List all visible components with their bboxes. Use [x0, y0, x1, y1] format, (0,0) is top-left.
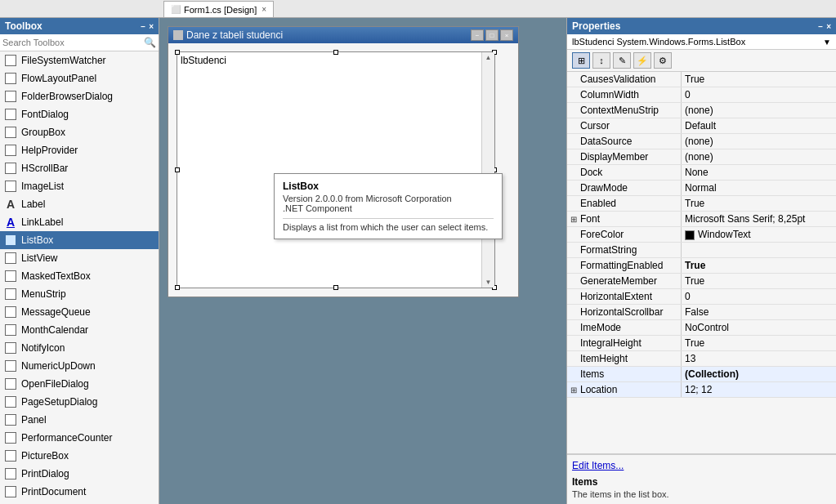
- listbox-label: lbStudenci: [177, 52, 494, 69]
- search-icon: 🔍: [144, 37, 156, 48]
- tab-label: Form1.cs [Design]: [184, 5, 257, 15]
- toolbox-item-openfiledialog[interactable]: OpenFileDialog: [0, 375, 159, 393]
- tab-close-icon[interactable]: ×: [262, 5, 266, 14]
- listbox-control[interactable]: lbStudenci ▲ ▼: [177, 51, 495, 288]
- toolbox-close-icon[interactable]: ×: [149, 22, 154, 31]
- prop-row-cursor: Cursor Default: [567, 118, 836, 134]
- toolbox-search-bar: 🔍: [0, 34, 159, 51]
- design-tab[interactable]: ⬜ Form1.cs [Design] ×: [163, 1, 274, 17]
- prop-row-integralheight: IntegralHeight True: [567, 336, 836, 351]
- tooltip-divider: [283, 218, 494, 219]
- prop-desc-title: Items: [572, 476, 831, 488]
- form-maximize-button[interactable]: □: [485, 29, 498, 41]
- prop-row-contextmenustrip: ContextMenuStrip (none): [567, 103, 836, 118]
- tooltip-version: Version 2.0.0.0 from Microsoft Corporati…: [283, 194, 494, 203]
- form-body: lbStudenci ▲ ▼: [168, 43, 518, 297]
- prop-row-location[interactable]: ⊞Location 12; 12: [567, 382, 836, 398]
- tooltip-title: ListBox: [283, 181, 494, 192]
- toolbox-item-helpprovider[interactable]: HelpProvider: [0, 141, 159, 159]
- prop-row-formattingenabled: FormattingEnabled True: [567, 258, 836, 274]
- toolbox-item-linklabel[interactable]: A LinkLabel: [0, 213, 159, 231]
- toolbox-item-groupbox[interactable]: GroupBox: [0, 123, 159, 141]
- toolbox-item-printpreviewcontrol[interactable]: PrintPreviewControl: [0, 501, 159, 504]
- toolbox-item-listbox[interactable]: ListBox: [0, 231, 159, 249]
- form-title-icon: [173, 30, 183, 40]
- prop-row-enabled: Enabled True: [567, 196, 836, 212]
- properties-grid: CausesValidation True ColumnWidth 0 Cont…: [567, 72, 836, 453]
- toolbox-list: FileSystemWatcher FlowLayoutPanel Folder…: [0, 51, 159, 504]
- toolbox-item-printdialog[interactable]: PrintDialog: [0, 465, 159, 483]
- prop-row-datasource: DataSource (none): [567, 134, 836, 149]
- properties-title: Properties: [572, 20, 620, 32]
- properties-pin-icon[interactable]: −: [818, 22, 823, 31]
- prop-row-imemode: ImeMode NoControl: [567, 320, 836, 336]
- toolbox-search-input[interactable]: [2, 38, 144, 47]
- toolbox-item-performancecounter[interactable]: PerformanceCounter: [0, 429, 159, 447]
- prop-toolbar-properties-button[interactable]: ✎: [613, 52, 631, 69]
- toolbox-item-fontdialog[interactable]: FontDialog: [0, 105, 159, 123]
- prop-toolbar-settings-button[interactable]: ⚙: [654, 52, 672, 69]
- toolbox-item-picturebox[interactable]: PictureBox: [0, 447, 159, 465]
- prop-row-generatemember: GenerateMember True: [567, 274, 836, 289]
- prop-row-items[interactable]: Items (Collection): [567, 367, 836, 382]
- design-area[interactable]: Dane z tabeli studenci − □ × lbStudenci: [159, 18, 566, 504]
- properties-close-icon[interactable]: ×: [826, 22, 831, 31]
- properties-object-name: lbStudenci System.Windows.Forms.ListBox: [572, 37, 745, 47]
- prop-toolbar-events-button[interactable]: ⚡: [633, 52, 651, 69]
- toolbox-item-printdocument[interactable]: PrintDocument: [0, 483, 159, 501]
- toolbox-item-menustrip[interactable]: MenuStrip: [0, 285, 159, 303]
- tooltip-type: .NET Component: [283, 203, 494, 213]
- prop-row-font[interactable]: ⊞Font Microsoft Sans Serif; 8,25pt: [567, 212, 836, 227]
- properties-header: Properties − ×: [567, 18, 836, 34]
- tooltip-description: Displays a list from which the user can …: [283, 222, 494, 232]
- prop-toolbar-alphabetical-button[interactable]: ↕: [592, 52, 610, 69]
- properties-footer: Edit Items... Items The items in the lis…: [567, 453, 836, 504]
- prop-row-displaymember: DisplayMember (none): [567, 149, 836, 165]
- toolbox-item-folderbrowserdialog[interactable]: FolderBrowserDialog: [0, 87, 159, 105]
- toolbox-panel: Toolbox − × 🔍 FileSystemWatcher FlowLayo…: [0, 18, 159, 504]
- prop-row-horizontalextent: HorizontalExtent 0: [567, 289, 836, 305]
- prop-row-horizontalscrollbar: HorizontalScrollbar False: [567, 305, 836, 320]
- toolbox-header: Toolbox − ×: [0, 18, 159, 34]
- toolbox-item-messagequeue[interactable]: MessageQueue: [0, 303, 159, 321]
- prop-row-drawmode: DrawMode Normal: [567, 181, 836, 196]
- form-titlebar: Dane z tabeli studenci − □ ×: [168, 27, 518, 43]
- form-title: Dane z tabeli studenci: [186, 29, 283, 41]
- toolbox-item-notifyicon[interactable]: NotifyIcon: [0, 339, 159, 357]
- prop-row-forecolor: ForeColor WindowText: [567, 227, 836, 243]
- prop-toolbar-categories-button[interactable]: ⊞: [572, 52, 590, 69]
- prop-row-itemheight: ItemHeight 13: [567, 351, 836, 367]
- prop-row-formatstring: FormatString: [567, 243, 836, 258]
- form-minimize-button[interactable]: −: [471, 29, 484, 41]
- prop-row-causesvalidation: CausesValidation True: [567, 72, 836, 87]
- toolbox-item-listview[interactable]: ListView: [0, 249, 159, 267]
- toolbox-item-numericupdown[interactable]: NumericUpDown: [0, 357, 159, 375]
- toolbox-item-flowlayoutpanel[interactable]: FlowLayoutPanel: [0, 69, 159, 87]
- prop-row-dock: Dock None: [567, 165, 836, 181]
- toolbox-pin-icon[interactable]: −: [141, 22, 145, 31]
- toolbox-item-maskedtextbox[interactable]: MaskedTextBox: [0, 267, 159, 285]
- properties-panel: Properties − × lbStudenci System.Windows…: [566, 18, 836, 504]
- prop-row-columnwidth: ColumnWidth 0: [567, 87, 836, 103]
- properties-toolbar: ⊞ ↕ ✎ ⚡ ⚙: [567, 50, 836, 72]
- toolbox-title: Toolbox: [5, 20, 42, 32]
- tab-icon: ⬜: [171, 5, 181, 14]
- object-dropdown-icon[interactable]: ▼: [823, 38, 831, 47]
- form-window: Dane z tabeli studenci − □ × lbStudenci: [168, 26, 519, 297]
- toolbox-item-filesystemwatcher[interactable]: FileSystemWatcher: [0, 51, 159, 69]
- toolbox-item-imagelist[interactable]: ImageList: [0, 177, 159, 195]
- prop-desc-text: The items in the list box.: [572, 489, 831, 499]
- toolbox-item-monthcalendar[interactable]: MonthCalendar: [0, 321, 159, 339]
- listbox-tooltip: ListBox Version 2.0.0.0 from Microsoft C…: [274, 173, 503, 239]
- toolbox-item-hscrollbar[interactable]: HScrollBar: [0, 159, 159, 177]
- properties-object-selector[interactable]: lbStudenci System.Windows.Forms.ListBox …: [567, 34, 836, 50]
- toolbox-item-pagesetupdialog[interactable]: PageSetupDialog: [0, 393, 159, 411]
- form-close-button[interactable]: ×: [500, 29, 513, 41]
- toolbox-item-panel[interactable]: Panel: [0, 411, 159, 429]
- toolbox-item-label[interactable]: A Label: [0, 195, 159, 213]
- edit-items-link[interactable]: Edit Items...: [572, 460, 831, 471]
